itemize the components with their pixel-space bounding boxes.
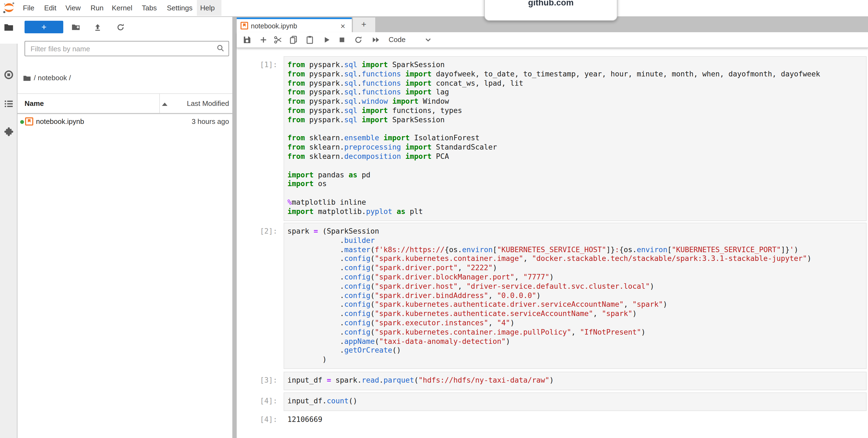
filter-files-box xyxy=(25,41,229,56)
sort-ascending-icon[interactable] xyxy=(162,103,167,106)
tab-notebook[interactable]: notebook.ipynb × xyxy=(237,18,352,32)
menu-bar: Help File Edit View Run Kernel Tabs Sett… xyxy=(0,0,868,17)
refresh-icon[interactable] xyxy=(116,23,125,32)
home-folder-icon xyxy=(23,75,31,82)
file-browser-panel: + / notebook / Name Last Modified xyxy=(18,17,232,438)
new-launcher-button[interactable]: + xyxy=(25,21,63,33)
cell-editor[interactable]: input_df.count() xyxy=(287,397,865,406)
left-sidebar xyxy=(0,17,18,438)
restart-kernel-icon[interactable] xyxy=(354,35,363,44)
run-icon[interactable] xyxy=(322,35,331,44)
jupyter-logo-icon xyxy=(3,2,15,14)
cell-editor[interactable]: input_df = spark.read.parquet("hdfs://hd… xyxy=(287,376,865,385)
popup-text: github.com xyxy=(485,0,617,8)
cell-output-prompt: [4]: xyxy=(237,415,277,425)
cell-input-prompt: [2]: xyxy=(237,227,277,236)
copy-icon[interactable] xyxy=(289,35,298,44)
extensions-icon[interactable] xyxy=(4,127,13,137)
tab-title: notebook.ipynb xyxy=(251,21,297,32)
column-header-modified[interactable]: Last Modified xyxy=(187,93,229,114)
notebook-cells: [1]:from pyspark.sql import SparkSession… xyxy=(237,48,868,438)
menu-item-help[interactable]: Help xyxy=(197,0,221,16)
menu-item-tabs[interactable]: Tabs xyxy=(138,0,160,16)
table-of-contents-icon[interactable] xyxy=(4,99,13,109)
menu-item-settings[interactable]: Settings xyxy=(164,0,196,16)
column-header-name[interactable]: Name xyxy=(25,93,44,114)
menu-item-run[interactable]: Run xyxy=(87,0,107,16)
column-divider xyxy=(159,93,160,114)
file-modified: 3 hours ago xyxy=(192,115,229,128)
notebook-toolbar: Code xyxy=(237,32,868,48)
restart-run-all-icon[interactable] xyxy=(371,35,380,44)
filter-files-input[interactable] xyxy=(29,42,212,55)
file-row[interactable]: notebook.ipynb 3 hours ago xyxy=(18,115,232,128)
menu-item-view[interactable]: View xyxy=(62,0,84,16)
cell-input-prompt: [4]: xyxy=(237,397,277,406)
header-border xyxy=(18,113,232,114)
notebook-tab-icon xyxy=(241,22,248,32)
cell-editor[interactable]: spark = (SparkSession .builder .master(f… xyxy=(287,227,865,364)
cell-type-select[interactable]: Code xyxy=(389,32,405,48)
tab-close-icon[interactable]: × xyxy=(340,20,345,32)
save-icon[interactable] xyxy=(242,35,251,44)
new-tab-button[interactable]: + xyxy=(352,18,375,32)
panel-resize-handle[interactable] xyxy=(232,17,237,438)
breadcrumb-path: / notebook / xyxy=(34,74,71,82)
running-kernels-icon[interactable] xyxy=(4,70,13,80)
cell-editor[interactable]: from pyspark.sql import SparkSessionfrom… xyxy=(287,61,865,216)
new-folder-icon[interactable] xyxy=(71,23,80,32)
file-list-header: Name Last Modified xyxy=(18,93,232,114)
cell-input-prompt: [3]: xyxy=(237,376,277,385)
notebook-file-icon xyxy=(25,117,33,127)
file-browser-icon[interactable] xyxy=(4,22,13,32)
file-name: notebook.ipynb xyxy=(36,115,84,128)
menu-item-edit[interactable]: Edit xyxy=(41,0,60,16)
breadcrumb[interactable]: / notebook / xyxy=(23,74,71,85)
running-status-dot xyxy=(20,120,24,124)
stop-icon[interactable] xyxy=(337,35,346,44)
cell-input-prompt: [1]: xyxy=(237,61,277,70)
jupyterlab-window: Help File Edit View Run Kernel Tabs Sett… xyxy=(0,0,868,438)
github-login-popup[interactable]: github.com xyxy=(484,0,617,21)
insert-cell-icon[interactable] xyxy=(259,35,268,44)
cell-output: 12106669 xyxy=(287,415,865,425)
cut-icon[interactable] xyxy=(274,35,282,44)
paste-icon[interactable] xyxy=(305,35,314,44)
upload-icon[interactable] xyxy=(93,23,102,32)
search-icon xyxy=(217,44,225,52)
menu-item-file[interactable]: File xyxy=(20,0,38,16)
chevron-down-icon[interactable] xyxy=(424,35,432,44)
menu-item-kernel[interactable]: Kernel xyxy=(108,0,135,16)
